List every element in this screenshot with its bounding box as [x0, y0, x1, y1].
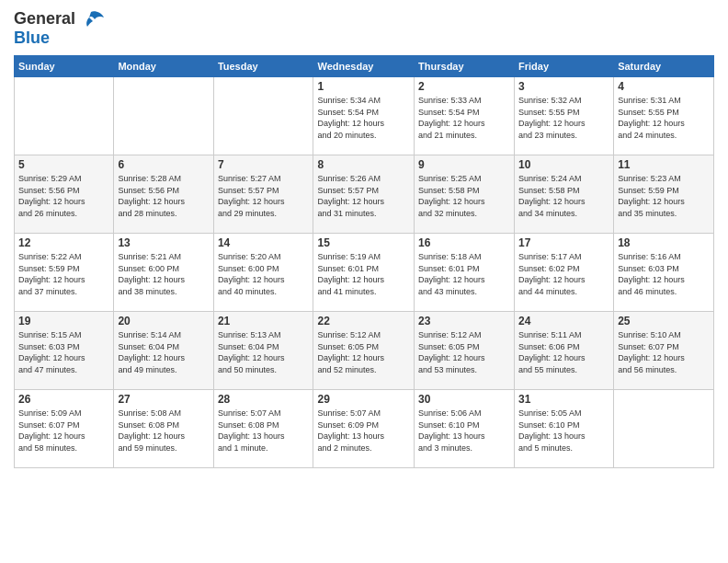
day-info: Sunrise: 5:10 AM Sunset: 6:07 PM Dayligh…: [618, 329, 710, 375]
day-number: 9: [418, 158, 510, 171]
calendar-cell: 24Sunrise: 5:11 AM Sunset: 6:06 PM Dayli…: [515, 312, 614, 390]
calendar-cell: 27Sunrise: 5:08 AM Sunset: 6:08 PM Dayli…: [114, 390, 213, 468]
calendar-cell: 17Sunrise: 5:17 AM Sunset: 6:02 PM Dayli…: [515, 234, 614, 312]
calendar-week-row: 5Sunrise: 5:29 AM Sunset: 5:56 PM Daylig…: [15, 155, 714, 234]
day-number: 12: [18, 236, 109, 249]
weekday-header-friday: Friday: [515, 56, 614, 77]
day-info: Sunrise: 5:05 AM Sunset: 6:10 PM Dayligh…: [518, 408, 609, 454]
weekday-header-wednesday: Wednesday: [313, 56, 415, 77]
day-info: Sunrise: 5:28 AM Sunset: 5:56 PM Dayligh…: [118, 173, 209, 219]
day-info: Sunrise: 5:08 AM Sunset: 6:08 PM Dayligh…: [118, 408, 209, 454]
day-info: Sunrise: 5:22 AM Sunset: 5:59 PM Dayligh…: [18, 251, 109, 297]
weekday-header-monday: Monday: [114, 56, 213, 77]
calendar-cell: 13Sunrise: 5:21 AM Sunset: 6:00 PM Dayli…: [114, 234, 213, 312]
day-number: 4: [618, 80, 710, 93]
day-number: 3: [518, 80, 609, 93]
day-number: 8: [317, 158, 410, 171]
day-number: 13: [118, 236, 209, 249]
day-number: 6: [118, 158, 209, 171]
weekday-header-tuesday: Tuesday: [213, 56, 313, 77]
day-info: Sunrise: 5:20 AM Sunset: 6:00 PM Dayligh…: [218, 251, 310, 297]
day-info: Sunrise: 5:12 AM Sunset: 6:05 PM Dayligh…: [418, 329, 510, 375]
day-number: 18: [618, 236, 710, 249]
day-info: Sunrise: 5:07 AM Sunset: 6:08 PM Dayligh…: [218, 408, 310, 454]
day-info: Sunrise: 5:07 AM Sunset: 6:09 PM Dayligh…: [317, 408, 410, 454]
header: General Blue: [14, 9, 714, 48]
day-number: 19: [18, 315, 109, 327]
day-info: Sunrise: 5:13 AM Sunset: 6:04 PM Dayligh…: [218, 329, 310, 375]
calendar-cell: [114, 77, 213, 155]
day-number: 25: [618, 315, 710, 327]
calendar-week-row: 12Sunrise: 5:22 AM Sunset: 5:59 PM Dayli…: [15, 234, 714, 312]
calendar-cell: 31Sunrise: 5:05 AM Sunset: 6:10 PM Dayli…: [515, 390, 614, 468]
day-info: Sunrise: 5:34 AM Sunset: 5:54 PM Dayligh…: [317, 95, 410, 141]
calendar-cell: 22Sunrise: 5:12 AM Sunset: 6:05 PM Dayli…: [313, 312, 415, 390]
day-info: Sunrise: 5:17 AM Sunset: 6:02 PM Dayligh…: [518, 251, 609, 297]
weekday-header-thursday: Thursday: [415, 56, 515, 77]
day-number: 24: [518, 315, 609, 327]
day-info: Sunrise: 5:12 AM Sunset: 6:05 PM Dayligh…: [317, 329, 410, 375]
day-number: 10: [518, 158, 609, 171]
day-number: 5: [18, 158, 109, 171]
calendar-cell: 28Sunrise: 5:07 AM Sunset: 6:08 PM Dayli…: [213, 390, 313, 468]
day-info: Sunrise: 5:26 AM Sunset: 5:57 PM Dayligh…: [317, 173, 410, 219]
calendar-week-row: 26Sunrise: 5:09 AM Sunset: 6:07 PM Dayli…: [15, 390, 714, 468]
day-number: 15: [317, 236, 410, 249]
day-info: Sunrise: 5:14 AM Sunset: 6:04 PM Dayligh…: [118, 329, 209, 375]
calendar-cell: 2Sunrise: 5:33 AM Sunset: 5:54 PM Daylig…: [415, 77, 515, 155]
day-number: 27: [118, 393, 209, 406]
calendar-cell: 16Sunrise: 5:18 AM Sunset: 6:01 PM Dayli…: [415, 234, 515, 312]
logo-bird-icon: [78, 10, 104, 29]
calendar-cell: 3Sunrise: 5:32 AM Sunset: 5:55 PM Daylig…: [515, 77, 614, 155]
day-info: Sunrise: 5:23 AM Sunset: 5:59 PM Dayligh…: [618, 173, 710, 219]
day-info: Sunrise: 5:27 AM Sunset: 5:57 PM Dayligh…: [218, 173, 310, 219]
calendar-cell: 10Sunrise: 5:24 AM Sunset: 5:58 PM Dayli…: [515, 155, 614, 234]
day-info: Sunrise: 5:33 AM Sunset: 5:54 PM Dayligh…: [418, 95, 510, 141]
day-info: Sunrise: 5:25 AM Sunset: 5:58 PM Dayligh…: [418, 173, 510, 219]
day-number: 29: [317, 393, 410, 406]
calendar-cell: 21Sunrise: 5:13 AM Sunset: 6:04 PM Dayli…: [213, 312, 313, 390]
day-info: Sunrise: 5:11 AM Sunset: 6:06 PM Dayligh…: [518, 329, 609, 375]
calendar-cell: 12Sunrise: 5:22 AM Sunset: 5:59 PM Dayli…: [15, 234, 114, 312]
calendar-cell: 11Sunrise: 5:23 AM Sunset: 5:59 PM Dayli…: [614, 155, 714, 234]
calendar-cell: 1Sunrise: 5:34 AM Sunset: 5:54 PM Daylig…: [313, 77, 415, 155]
day-number: 2: [418, 80, 510, 93]
day-info: Sunrise: 5:15 AM Sunset: 6:03 PM Dayligh…: [18, 329, 109, 375]
calendar-cell: [15, 77, 114, 155]
day-info: Sunrise: 5:29 AM Sunset: 5:56 PM Dayligh…: [18, 173, 109, 219]
calendar-cell: 19Sunrise: 5:15 AM Sunset: 6:03 PM Dayli…: [15, 312, 114, 390]
calendar-cell: 30Sunrise: 5:06 AM Sunset: 6:10 PM Dayli…: [415, 390, 515, 468]
day-number: 20: [118, 315, 209, 327]
day-number: 17: [518, 236, 609, 249]
day-number: 31: [518, 393, 609, 406]
logo-general-text: General: [14, 9, 75, 29]
calendar-cell: 7Sunrise: 5:27 AM Sunset: 5:57 PM Daylig…: [213, 155, 313, 234]
day-number: 23: [418, 315, 510, 327]
calendar-cell: 15Sunrise: 5:19 AM Sunset: 6:01 PM Dayli…: [313, 234, 415, 312]
weekday-header-sunday: Sunday: [15, 56, 114, 77]
calendar-table: SundayMondayTuesdayWednesdayThursdayFrid…: [14, 55, 714, 468]
day-info: Sunrise: 5:31 AM Sunset: 5:55 PM Dayligh…: [618, 95, 710, 141]
calendar-cell: 9Sunrise: 5:25 AM Sunset: 5:58 PM Daylig…: [415, 155, 515, 234]
calendar-cell: 6Sunrise: 5:28 AM Sunset: 5:56 PM Daylig…: [114, 155, 213, 234]
logo-blue-text: Blue: [14, 29, 50, 47]
page: General Blue SundayMondayTuesdayWednesda…: [0, 0, 728, 563]
day-info: Sunrise: 5:16 AM Sunset: 6:03 PM Dayligh…: [618, 251, 710, 297]
day-info: Sunrise: 5:09 AM Sunset: 6:07 PM Dayligh…: [18, 408, 109, 454]
calendar-cell: [614, 390, 714, 468]
day-number: 28: [218, 393, 310, 406]
day-info: Sunrise: 5:19 AM Sunset: 6:01 PM Dayligh…: [317, 251, 410, 297]
day-number: 11: [618, 158, 710, 171]
day-number: 21: [218, 315, 310, 327]
weekday-header-row: SundayMondayTuesdayWednesdayThursdayFrid…: [15, 56, 714, 77]
logo: General Blue: [14, 9, 104, 48]
calendar-week-row: 1Sunrise: 5:34 AM Sunset: 5:54 PM Daylig…: [15, 77, 714, 155]
day-info: Sunrise: 5:32 AM Sunset: 5:55 PM Dayligh…: [518, 95, 609, 141]
day-info: Sunrise: 5:06 AM Sunset: 6:10 PM Dayligh…: [418, 408, 510, 454]
calendar-cell: 25Sunrise: 5:10 AM Sunset: 6:07 PM Dayli…: [614, 312, 714, 390]
calendar-cell: 8Sunrise: 5:26 AM Sunset: 5:57 PM Daylig…: [313, 155, 415, 234]
calendar-cell: 29Sunrise: 5:07 AM Sunset: 6:09 PM Dayli…: [313, 390, 415, 468]
calendar-cell: 20Sunrise: 5:14 AM Sunset: 6:04 PM Dayli…: [114, 312, 213, 390]
calendar-cell: 4Sunrise: 5:31 AM Sunset: 5:55 PM Daylig…: [614, 77, 714, 155]
day-number: 16: [418, 236, 510, 249]
